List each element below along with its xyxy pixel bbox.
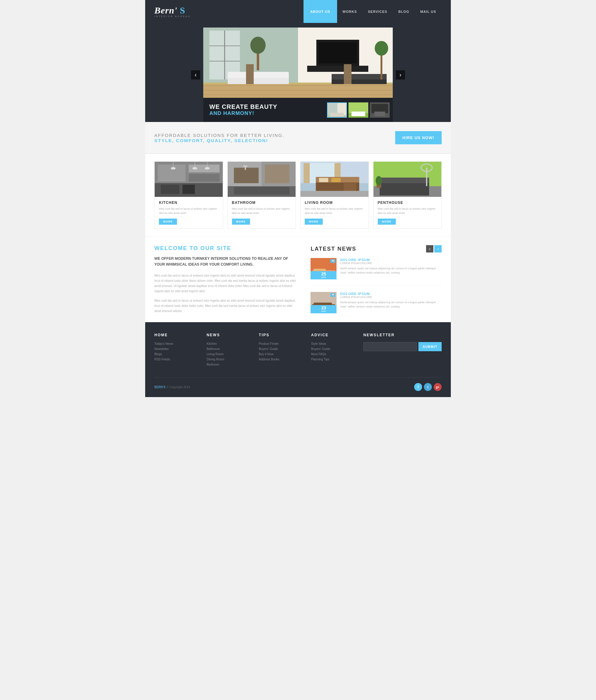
svg-rect-32 [351,111,365,116]
card-image-living [300,162,369,197]
footer-bottom-text: BERN'S © Copyright 2014 [154,385,190,389]
news-content-2: DOLORE IPSUM LOREM IPSUM DOLORE Morbi te… [340,292,442,313]
logo-subtitle: INTERIOR BUREAU [154,15,191,18]
news-item-sub-1: LOREM IPSUM DOLORE [340,262,442,265]
footer-col-title-news: NEWS [207,333,259,337]
footer-brand: BERN'S [154,385,165,389]
news-item-sub-2: LOREM IPSUM DOLORE [340,296,442,299]
footer: HOME Today's News Newsletter Blogs RSS F… [145,322,451,397]
footer-link-home-3[interactable]: Blogs [154,352,207,356]
footer-col-title-advice: ADVICE [311,333,364,337]
svg-point-16 [250,37,266,54]
footer-link-home-1[interactable]: Today's News [154,342,207,345]
welcome-body2: Mes curit dia sed in lacus ut eniisect e… [154,298,298,314]
svg-point-49 [205,167,210,170]
card-title-penthouse: PENTHOUSE [378,201,438,205]
slider-caption: WE CREATE BEAUTY AND HARMONY! [203,98,324,122]
news-date-day-1: 25 [311,272,337,276]
thumb-1[interactable] [327,102,347,118]
news-item-title-1: DOLORE IPSUM [340,258,442,262]
tagline-line1: AFFORDABLE SOLUTIONS FOR BETTER LIVING. [154,133,284,138]
svg-point-47 [192,167,197,170]
tagline-section: AFFORDABLE SOLUTIONS FOR BETTER LIVING. … [145,122,451,154]
news-item-text-2: Morbi tempor quam vel massa adipiscing u… [340,300,442,309]
footer-col-title-newsletter: NEWSLETTER [364,333,442,337]
svg-rect-14 [332,74,387,79]
card-more-bathroom[interactable]: MORE [232,219,250,225]
news-title: LATEST NEWS [311,246,356,252]
welcome-body1: Mes curit dia sed in lacus ut eniisect e… [154,273,298,294]
footer-link-news-1[interactable]: Kitchen [207,342,259,345]
footer-link-tips-4[interactable]: Address Books [259,358,311,361]
thumb-3[interactable] [370,102,390,118]
nav-item-about[interactable]: ABOUT US [303,0,337,23]
footer-link-tips-2[interactable]: Buyers' Guide [259,347,311,351]
footer-col-advice: ADVICE Style Ideas Buyers' Guide Most FA… [311,333,364,368]
slider-bottom: WE CREATE BEAUTY AND HARMONY! [203,98,393,122]
nav-item-blog[interactable]: BLOG [393,0,415,23]
svg-rect-54 [265,165,290,183]
thumb-2[interactable] [348,102,368,118]
svg-rect-9 [307,66,368,72]
svg-rect-35 [374,111,385,116]
footer-col-home: HOME Today's News Newsletter Blogs RSS F… [154,333,207,368]
news-header: LATEST NEWS ‹ › [311,245,442,252]
nav-item-works[interactable]: WORKS [337,0,363,23]
newsletter-input-row: SUBMIT [364,342,442,351]
card-body-penthouse: PENTHOUSE Mes curit dia sed in lacus ut … [373,197,442,228]
nav-item-mail[interactable]: MAIL US [415,0,442,23]
svg-rect-66 [319,178,328,182]
footer-link-news-4[interactable]: Dining Room [207,358,259,361]
card-more-kitchen[interactable]: MORE [159,219,177,225]
card-text-living: Mes curit dia sed in lacus ut eniisec et… [305,207,364,215]
card-body-living: LIVING ROOM Mes curit dia sed in lacus u… [300,197,369,228]
footer-copyright: © Copyright 2014 [166,385,190,389]
card-text-bathroom: Mes curit dia sed in lacus ut eniisec et… [232,207,292,215]
footer-col-tips: TIPS Product Finder Buyers' Guide Buy it… [259,333,311,368]
header: Bern' S INTERIOR BUREAU ABOUT US WORKS S… [145,0,451,23]
svg-rect-56 [243,165,247,167]
card-more-penthouse[interactable]: MORE [378,219,396,225]
card-more-living[interactable]: MORE [305,219,323,225]
slider-next-arrow[interactable]: › [396,70,405,79]
footer-col-news: NEWS Kitchen Bathroom Living Room Dining… [207,333,259,368]
footer-link-advice-4[interactable]: Planning Tips [311,358,364,361]
news-prev-btn[interactable]: ‹ [426,245,433,252]
svg-rect-58 [234,187,290,194]
svg-rect-29 [330,113,344,117]
news-next-btn[interactable]: › [434,245,442,252]
slider-prev-arrow[interactable]: ‹ [191,70,200,79]
card-image-kitchen [155,162,223,197]
social-icons: f t g+ [414,383,442,391]
footer-link-news-3[interactable]: Living Room [207,352,259,356]
hire-us-button[interactable]: HIRE US NOW! [395,131,442,144]
svg-rect-67 [331,178,341,182]
footer-link-tips-1[interactable]: Product Finder [259,342,311,345]
welcome-intro: WE OFFER MODERN TURNKEY INTERIOR SOLUTIO… [154,256,298,268]
newsletter-email-input[interactable] [364,342,417,351]
newsletter-submit-button[interactable]: SUBMIT [418,342,442,351]
social-gplus-icon[interactable]: g+ [434,383,442,391]
footer-link-home-4[interactable]: RSS Feeds [154,358,207,361]
welcome-column: WELCOME TO OUR SITE WE OFFER MODERN TURN… [154,245,298,314]
svg-point-45 [171,167,176,170]
footer-link-advice-3[interactable]: Most FAQs [311,352,364,356]
footer-link-news-2[interactable]: Bathroom [207,347,259,351]
news-date-day-2: 23 [311,306,337,310]
news-thumb-2: 23 APR 💬 [311,292,337,313]
svg-rect-31 [348,102,368,113]
logo-text: Bern' S [154,5,191,16]
social-facebook-icon[interactable]: f [414,383,422,391]
footer-link-advice-1[interactable]: Style Ideas [311,342,364,345]
footer-link-home-2[interactable]: Newsletter [154,347,207,351]
nav-item-services[interactable]: SERVICES [363,0,393,23]
card-body-bathroom: BATHROOM Mes curit dia sed in lacus ut e… [228,197,296,228]
footer-link-tips-3[interactable]: Buy it Now [259,352,311,356]
card-text-penthouse: Mes curit dia sed in lacus ut eniisec et… [378,207,438,215]
footer-link-news-5[interactable]: Bedroom [207,363,259,366]
hero-section: ‹ › [145,23,451,122]
social-twitter-icon[interactable]: t [424,383,432,391]
news-column: LATEST NEWS ‹ › 25 APR 💬 [311,245,442,314]
footer-col-title-tips: TIPS [259,333,311,337]
footer-link-advice-2[interactable]: Buyers' Guide [311,347,364,351]
